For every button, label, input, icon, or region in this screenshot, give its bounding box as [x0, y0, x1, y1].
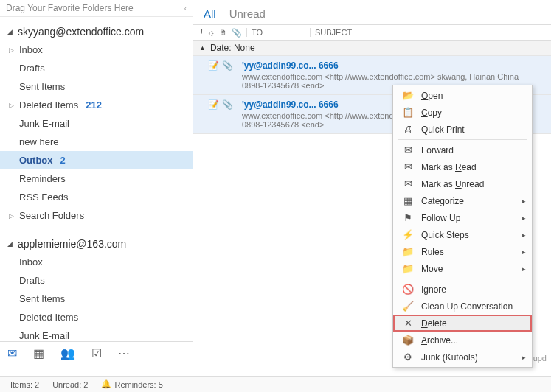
- filter-bar: All Unread: [193, 0, 551, 24]
- status-reminders: 🔔 Reminders: 5: [101, 379, 162, 389]
- attachment-icon[interactable]: 📎: [232, 28, 242, 38]
- menu-label: Mark as Read: [421, 162, 477, 172]
- menu-mark-as-read[interactable]: ✉Mark as Read: [393, 158, 532, 175]
- menu-icon: ✉: [401, 161, 415, 172]
- menu-delete[interactable]: ✕Delete: [393, 315, 532, 332]
- message-to: 'yy@addin99.co... 6666: [242, 60, 339, 71]
- menu-icon: 📁: [401, 263, 415, 274]
- mail-icon[interactable]: ✉: [7, 346, 17, 360]
- menu-icon: 🖨: [401, 124, 415, 135]
- menu-label: Mark as Unread: [421, 179, 484, 189]
- status-items: Items: 2: [10, 380, 39, 389]
- folder-inbox[interactable]: ▷Inbox: [0, 41, 193, 59]
- collapse-icon[interactable]: ‹: [184, 4, 187, 13]
- reminder-icon[interactable]: ☼: [207, 28, 215, 38]
- folder-sent-items[interactable]: Sent Items: [0, 77, 193, 96]
- message-to: 'yy@addin99.co... 6666: [242, 99, 339, 110]
- account-header[interactable]: ◢applemiemie@163.com: [0, 235, 193, 253]
- chevron-right-icon: ▸: [522, 197, 526, 205]
- menu-ignore[interactable]: 🚫Ignore: [393, 281, 532, 298]
- calendar-icon[interactable]: ▦: [33, 346, 44, 360]
- folder-sent-items[interactable]: Sent Items: [0, 290, 193, 308]
- folder-deleted-items[interactable]: ▷Deleted Items212: [0, 96, 193, 114]
- menu-forward[interactable]: ✉Forward: [393, 141, 532, 158]
- more-icon[interactable]: ⋯: [118, 346, 130, 360]
- message-preview: www.extendoffice.com <http://www.extendo…: [208, 72, 545, 81]
- menu-rules[interactable]: 📁Rules▸: [393, 243, 532, 260]
- menu-label: Follow Up: [421, 213, 460, 223]
- chevron-right-icon: ▸: [522, 248, 526, 256]
- folder-junk-e-mail[interactable]: Junk E-mail: [0, 326, 193, 341]
- folder-search-folders[interactable]: ▷Search Folders: [0, 206, 193, 225]
- folder-inbox[interactable]: Inbox: [0, 253, 193, 271]
- chevron-right-icon: ▸: [522, 231, 526, 239]
- folder-tree: ◢skyyang@extendoffice.com▷InboxDraftsSen…: [0, 17, 193, 341]
- menu-icon: ⚙: [401, 351, 415, 363]
- menu-label: Rules: [421, 247, 444, 257]
- attachment-icon: 📎: [222, 99, 233, 110]
- menu-junk-kutools-[interactable]: ⚙Junk (Kutools)▸: [393, 349, 532, 365]
- menu-icon: 📂: [401, 90, 415, 101]
- menu-icon: ✉: [401, 178, 415, 189]
- column-header: ! ☼ 🗎 📎 TO SUBJECT: [193, 24, 551, 41]
- status-unread: Unread: 2: [52, 380, 88, 389]
- menu-move[interactable]: 📁Move▸: [393, 260, 532, 277]
- menu-label: Delete: [421, 318, 447, 329]
- context-menu: 📂Open📋Copy🖨Quick Print✉Forward✉Mark as R…: [392, 85, 533, 368]
- menu-clean-up-conversation[interactable]: 🧹Clean Up Conversation: [393, 298, 532, 315]
- menu-icon: 🚫: [401, 284, 415, 295]
- account-header[interactable]: ◢skyyang@extendoffice.com: [0, 23, 193, 41]
- folder-reminders[interactable]: Reminders: [0, 169, 193, 188]
- bell-icon: 🔔: [101, 379, 111, 389]
- folder-drafts[interactable]: Drafts: [0, 271, 193, 290]
- menu-follow-up[interactable]: ⚑Follow Up▸: [393, 209, 532, 226]
- menu-label: Categorize: [421, 196, 464, 206]
- tab-all[interactable]: All: [204, 7, 216, 20]
- menu-icon: 📁: [401, 246, 415, 257]
- draft-icon[interactable]: 🗎: [219, 28, 227, 38]
- group-label: Date: None: [210, 43, 255, 53]
- folder-drafts[interactable]: Drafts: [0, 59, 193, 77]
- menu-label: Clean Up Conversation: [421, 301, 513, 312]
- status-bar: Items: 2 Unread: 2 🔔 Reminders: 5: [0, 376, 551, 392]
- menu-categorize[interactable]: ▦Categorize▸: [393, 192, 532, 209]
- tasks-icon[interactable]: ☑: [91, 346, 102, 360]
- chevron-right-icon: ▸: [522, 214, 526, 222]
- favorites-bar: Drag Your Favorite Folders Here ‹: [0, 0, 193, 17]
- menu-icon: ▦: [401, 195, 415, 206]
- menu-icon: ✕: [401, 318, 415, 329]
- tab-unread[interactable]: Unread: [229, 7, 266, 20]
- favorites-hint: Drag Your Favorite Folders Here: [6, 3, 134, 13]
- menu-copy[interactable]: 📋Copy: [393, 104, 532, 121]
- menu-separator: [398, 139, 527, 140]
- folder-rss-feeds[interactable]: RSS Feeds: [0, 188, 193, 206]
- chevron-down-icon: ▲: [199, 44, 206, 52]
- group-header[interactable]: ▲ Date: None: [193, 41, 551, 56]
- menu-archive-[interactable]: 📦Archive...: [393, 332, 532, 349]
- menu-icon: 📦: [401, 335, 415, 346]
- menu-mark-as-unread[interactable]: ✉Mark as Unread: [393, 175, 532, 192]
- menu-quick-print[interactable]: 🖨Quick Print: [393, 121, 532, 138]
- menu-label: Forward: [421, 145, 454, 155]
- menu-label: Quick Steps: [421, 230, 469, 240]
- draft-icon: 📝: [208, 99, 219, 110]
- menu-icon: ⚑: [401, 212, 415, 223]
- menu-label: Archive...: [421, 335, 458, 346]
- nav-bar: ✉ ▦ 👥 ☑ ⋯: [0, 341, 193, 365]
- column-subject[interactable]: SUBJECT: [310, 28, 551, 37]
- importance-icon[interactable]: !: [201, 28, 203, 38]
- menu-label: Move: [421, 264, 443, 274]
- menu-separator: [398, 279, 527, 279]
- attachment-icon: 📎: [222, 60, 233, 71]
- folder-junk-e-mail[interactable]: Junk E-mail: [0, 114, 193, 133]
- menu-label: Ignore: [421, 284, 446, 295]
- folder-new-here[interactable]: new here: [0, 133, 193, 151]
- column-to[interactable]: TO: [246, 28, 310, 37]
- folder-outbox[interactable]: Outbox2: [0, 151, 193, 169]
- folder-deleted-items[interactable]: Deleted Items: [0, 308, 193, 326]
- menu-open[interactable]: 📂Open: [393, 87, 532, 104]
- chevron-right-icon: ▸: [522, 354, 526, 361]
- people-icon[interactable]: 👥: [60, 346, 75, 360]
- menu-quick-steps[interactable]: ⚡Quick Steps▸: [393, 226, 532, 243]
- menu-icon: 📋: [401, 107, 415, 118]
